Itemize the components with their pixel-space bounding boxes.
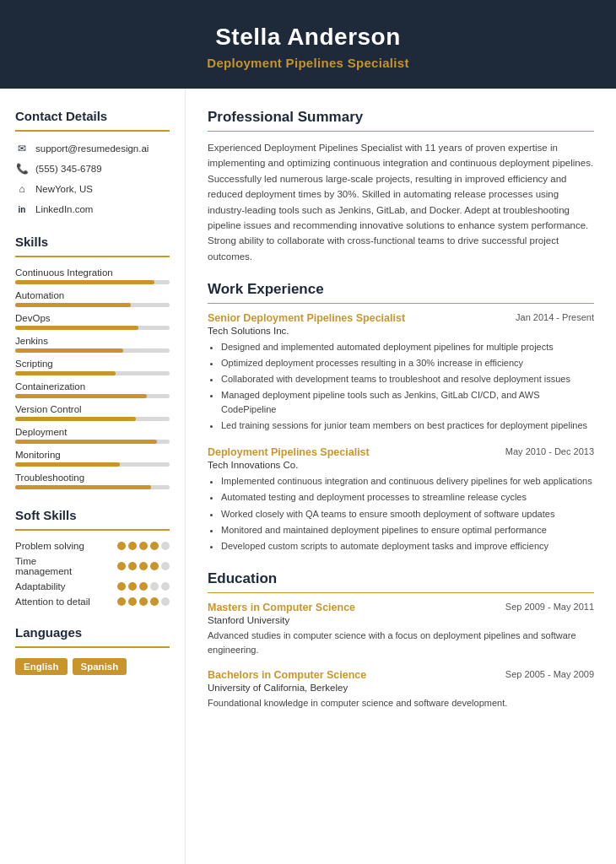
- dot-empty: [161, 562, 170, 570]
- email-icon: ✉: [15, 142, 29, 155]
- job-bullet: Collaborated with development teams to t…: [221, 372, 594, 386]
- skill-bar-bg: [15, 280, 170, 284]
- soft-skill-name: Attention to detail: [15, 597, 91, 607]
- education-entry: Masters in Computer Science Sep 2009 - M…: [208, 602, 594, 657]
- dot-filled: [150, 597, 159, 606]
- skill-bar-fill: [15, 371, 116, 375]
- job-header: Deployment Pipelines Specialist May 2010…: [208, 446, 594, 458]
- contact-divider: [15, 130, 170, 132]
- skill-name: Troubleshooting: [15, 472, 170, 483]
- phone-icon: 📞: [15, 162, 29, 176]
- work-experience-heading: Work Experience: [208, 281, 594, 298]
- skill-item: Version Control: [15, 404, 170, 421]
- skill-name: Containerization: [15, 381, 170, 392]
- soft-skill-name: Time management: [15, 556, 91, 576]
- home-icon: ⌂: [15, 182, 29, 196]
- job-bullet: Monitored and maintained deployment pipe…: [221, 523, 594, 537]
- skill-bar-fill: [15, 417, 136, 421]
- education-entry: Bachelors in Computer Science Sep 2005 -…: [208, 669, 594, 710]
- languages-heading: Languages: [15, 625, 170, 640]
- edu-desc: Advanced studies in computer science wit…: [208, 629, 594, 657]
- job-bullet: Designed and implemented automated deplo…: [221, 340, 594, 354]
- contact-email-text: support@resumedesign.ai: [35, 143, 149, 154]
- job-bullet: Worked closely with QA teams to ensure s…: [221, 507, 594, 521]
- soft-skills-heading: Soft Skills: [15, 508, 170, 522]
- skill-name: Version Control: [15, 404, 170, 414]
- summary-section: Professional Summary Experienced Deploym…: [208, 109, 594, 264]
- job-date: Jan 2014 - Present: [516, 312, 594, 322]
- skill-bar-bg: [15, 485, 170, 489]
- resume-container: Stella Anderson Deployment Pipelines Spe…: [0, 0, 616, 864]
- soft-skill-item: Time management: [15, 556, 170, 576]
- edu-header: Bachelors in Computer Science Sep 2005 -…: [208, 669, 594, 681]
- dot-empty: [150, 582, 159, 591]
- soft-skill-item: Attention to detail: [15, 597, 170, 607]
- candidate-title: Deployment Pipelines Specialist: [17, 56, 599, 70]
- edu-date: Sep 2009 - May 2011: [505, 602, 594, 612]
- skill-name: Jenkins: [15, 336, 170, 346]
- contact-section: Contact Details ✉ support@resumedesign.a…: [15, 109, 170, 216]
- job-bullet: Automated testing and deployment process…: [221, 490, 594, 505]
- skill-bar-fill: [15, 462, 120, 467]
- skill-item: Jenkins: [15, 336, 170, 353]
- contact-location-text: NewYork, US: [35, 184, 93, 194]
- skill-item: DevOps: [15, 313, 170, 330]
- skill-bar-bg: [15, 440, 170, 444]
- soft-skill-item: Adaptability: [15, 581, 170, 591]
- dot-filled: [139, 597, 148, 606]
- skill-bar-bg: [15, 462, 170, 467]
- job-title: Deployment Pipelines Specialist: [208, 446, 370, 458]
- skill-item: Automation: [15, 290, 170, 307]
- dot-filled: [128, 542, 137, 550]
- contact-linkedin-text: LinkedIn.com: [35, 204, 93, 214]
- job-entry: Deployment Pipelines Specialist May 2010…: [208, 446, 594, 553]
- edu-date: Sep 2005 - May 2009: [505, 669, 594, 679]
- skill-bar-bg: [15, 348, 170, 353]
- job-date: May 2010 - Dec 2013: [505, 446, 594, 456]
- dots-container: [117, 562, 170, 570]
- edu-degree: Bachelors in Computer Science: [208, 669, 366, 681]
- work-experience-divider: [208, 303, 594, 304]
- dot-filled: [139, 542, 148, 550]
- skill-name: Scripting: [15, 359, 170, 369]
- dot-filled: [117, 542, 126, 550]
- skills-divider: [15, 256, 170, 257]
- contact-heading: Contact Details: [15, 109, 170, 123]
- skill-item: Monitoring: [15, 450, 170, 467]
- job-title: Senior Deployment Pipelines Specialist: [208, 312, 405, 324]
- dots-container: [117, 597, 170, 606]
- skill-item: Continuous Integration: [15, 267, 170, 284]
- dot-filled: [128, 582, 137, 591]
- skill-bar-fill: [15, 348, 123, 353]
- skill-bar-bg: [15, 303, 170, 307]
- job-bullet: Optimized deployment processes resulting…: [221, 356, 594, 370]
- education-list: Masters in Computer Science Sep 2009 - M…: [208, 602, 594, 710]
- skill-bar-bg: [15, 417, 170, 421]
- summary-heading: Professional Summary: [208, 109, 594, 126]
- contact-email: ✉ support@resumedesign.ai: [15, 142, 170, 155]
- dot-filled: [117, 597, 126, 606]
- dot-filled: [150, 542, 159, 550]
- contact-linkedin: in LinkedIn.com: [15, 202, 170, 216]
- edu-school: Stanford University: [208, 615, 594, 625]
- edu-degree: Masters in Computer Science: [208, 602, 355, 613]
- edu-school: University of California, Berkeley: [208, 683, 594, 693]
- skill-bar-fill: [15, 280, 154, 284]
- dot-filled: [128, 597, 137, 606]
- skill-bar-fill: [15, 440, 157, 444]
- skill-name: DevOps: [15, 313, 170, 323]
- edu-header: Masters in Computer Science Sep 2009 - M…: [208, 602, 594, 613]
- job-entry: Senior Deployment Pipelines Specialist J…: [208, 312, 594, 433]
- languages-section: Languages EnglishSpanish: [15, 625, 170, 675]
- candidate-name: Stella Anderson: [17, 24, 599, 51]
- contact-phone-text: (555) 345-6789: [35, 164, 102, 174]
- linkedin-icon: in: [15, 202, 29, 216]
- job-bullet: Led training sessions for junior team me…: [221, 418, 594, 433]
- languages-list: EnglishSpanish: [15, 658, 170, 675]
- job-header: Senior Deployment Pipelines Specialist J…: [208, 312, 594, 324]
- main-content: Professional Summary Experienced Deploym…: [186, 89, 616, 864]
- resume-body: Contact Details ✉ support@resumedesign.a…: [0, 89, 616, 864]
- languages-divider: [15, 646, 170, 648]
- dots-container: [117, 542, 170, 550]
- skill-bar-fill: [15, 485, 151, 489]
